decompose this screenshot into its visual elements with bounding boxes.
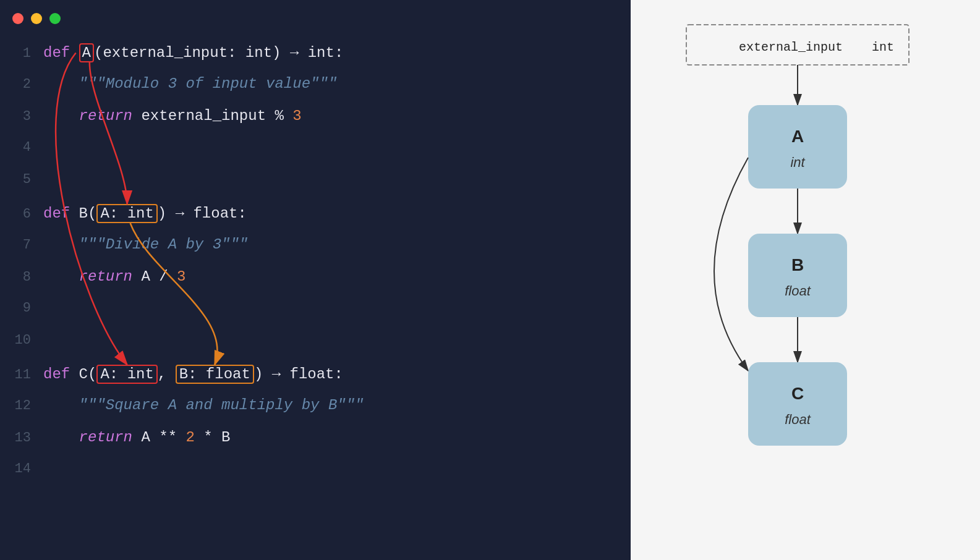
node-b-rect <box>748 234 847 317</box>
colon-1: : <box>334 45 343 61</box>
input-rect <box>686 25 909 65</box>
code-line-1: 1 def A (external_input: int ) → int : <box>0 43 631 75</box>
fn-a-name-box: A <box>79 43 94 62</box>
fn-c-name: C <box>79 366 88 383</box>
paren-close-c: ) → <box>254 366 290 383</box>
docstring-a: """Modulo 3 of input value""" <box>43 75 337 92</box>
node-b-type: float <box>785 283 811 299</box>
code-line-14: 14 <box>0 461 631 493</box>
line-number-10: 10 <box>0 333 43 348</box>
ret-type-b: float <box>193 205 237 222</box>
node-c-name: C <box>791 384 804 403</box>
line-number-1: 1 <box>0 46 43 61</box>
node-a-type: int <box>790 155 805 170</box>
colon-b: : <box>237 205 246 222</box>
num-3a: 3 <box>284 108 302 124</box>
line-12-content: """Square A and multiply by B""" <box>43 397 364 414</box>
code-line-12: 12 """Square A and multiply by B""" <box>0 397 631 429</box>
ret-type-1: int <box>308 45 334 61</box>
line-number-6: 6 <box>0 206 43 222</box>
code-line-6: 6 def B ( A: int ) → float : <box>0 204 631 236</box>
keyword-def-c: def <box>43 366 79 383</box>
node-c-type: float <box>785 412 811 427</box>
comma-c: , <box>158 366 176 383</box>
line-number-4: 4 <box>0 140 43 155</box>
node-c-rect <box>748 362 847 446</box>
num-3b: 3 <box>168 268 186 285</box>
line-1-content: def A (external_input: int ) → int : <box>43 43 343 62</box>
node-a-name: A <box>791 127 804 146</box>
b-param-box: A: int <box>96 204 157 223</box>
minimize-dot[interactable] <box>31 13 42 24</box>
line-11-content: def C ( A: int , B: float ) → float : <box>43 365 343 384</box>
paren-open-1: (external_input: <box>94 45 245 61</box>
input-type: int <box>872 40 894 54</box>
line-number-7: 7 <box>0 237 43 253</box>
code-line-13: 13 return A ** 2 * B <box>0 429 631 461</box>
docstring-c: """Square A and multiply by B""" <box>43 397 364 414</box>
code-line-11: 11 def C ( A: int , B: float ) → float : <box>0 365 631 397</box>
close-dot[interactable] <box>12 13 23 24</box>
paren-open-b: ( <box>88 205 96 222</box>
line-2-content: """Modulo 3 of input value""" <box>43 75 337 92</box>
line-number-2: 2 <box>0 77 43 92</box>
line-13-content: return A ** 2 * B <box>43 429 231 446</box>
fn-b-name: B <box>79 205 88 222</box>
line-number-11: 11 <box>0 367 43 383</box>
keyword-def-1: def <box>43 45 79 61</box>
diagram-svg: external_input int A int B float C float <box>631 0 980 560</box>
line-number-5: 5 <box>0 172 43 187</box>
line-6-content: def B ( A: int ) → float : <box>43 204 247 223</box>
var-a-c: A <box>132 429 159 446</box>
paren-close-b: ) → <box>158 205 194 222</box>
code-line-9: 9 <box>0 300 631 333</box>
input-label: external_input <box>739 40 843 54</box>
code-line-8: 8 return A / 3 <box>0 268 631 300</box>
keyword-return-b: return <box>43 268 132 285</box>
code-line-7: 7 """Divide A by 3""" <box>0 236 631 268</box>
line-7-content: """Divide A by 3""" <box>43 236 248 253</box>
c-param-a-box: A: int <box>96 365 157 384</box>
line-8-content: return A / 3 <box>43 268 185 285</box>
node-a-rect <box>748 105 847 189</box>
line-number-13: 13 <box>0 430 43 446</box>
paren-close-1: ) → <box>272 45 308 61</box>
line-number-9: 9 <box>0 300 43 316</box>
code-area: 1 def A (external_input: int ) → int : 2… <box>0 37 631 499</box>
var-b-c: B <box>213 429 231 446</box>
title-bar <box>0 0 631 37</box>
c-param-b-box: B: float <box>176 365 254 384</box>
keyword-return-c: return <box>43 429 132 446</box>
code-line-5: 5 <box>0 172 631 204</box>
op-modulo: % <box>275 108 283 124</box>
arrow-a-to-c <box>714 158 748 371</box>
diagram-panel: external_input int A int B float C float <box>631 0 980 560</box>
code-line-2: 2 """Modulo 3 of input value""" <box>0 75 631 108</box>
line-number-3: 3 <box>0 109 43 124</box>
ret-type-c: float <box>289 366 334 383</box>
code-editor: 1 def A (external_input: int ) → int : 2… <box>0 0 631 560</box>
keyword-def-b: def <box>43 205 79 222</box>
type-int-1: int <box>245 45 272 61</box>
line-number-12: 12 <box>0 398 43 414</box>
line-number-14: 14 <box>0 461 43 477</box>
code-line-3: 3 return external_input % 3 <box>0 108 631 140</box>
code-line-4: 4 <box>0 140 631 172</box>
node-b-name: B <box>791 255 804 274</box>
line-number-8: 8 <box>0 269 43 285</box>
var-a-b: A <box>132 268 159 285</box>
colon-c: : <box>334 366 343 383</box>
paren-open-c: ( <box>88 366 96 383</box>
op-pow: ** <box>159 429 177 446</box>
op-div: / <box>159 268 168 285</box>
keyword-return-1: return <box>43 108 132 124</box>
line-3-content: return external_input % 3 <box>43 108 302 124</box>
op-mul: * <box>203 429 212 446</box>
docstring-b: """Divide A by 3""" <box>43 236 248 253</box>
var-external-input: external_input <box>132 108 275 124</box>
code-line-10: 10 <box>0 333 631 365</box>
maximize-dot[interactable] <box>49 13 61 24</box>
num-2c: 2 <box>177 429 203 446</box>
